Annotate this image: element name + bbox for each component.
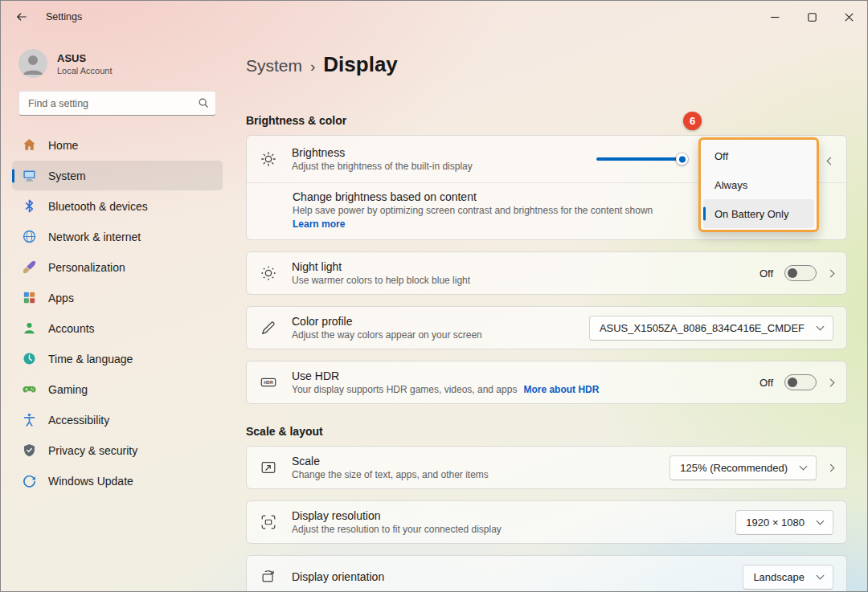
search-box [18,91,216,116]
color-profile-icon [260,319,277,337]
display-resolution-row: Display resolution Adjust the resolution… [247,501,846,543]
chevron-right-icon[interactable] [827,378,835,386]
chevron-up-icon[interactable] [827,157,835,165]
display-orientation-title: Display orientation [292,570,384,583]
sidebar-item-personalization[interactable]: Personalization [12,252,223,282]
night-light-icon [260,264,277,282]
display-resolution-subtitle: Adjust the resolution to fit your connec… [292,524,502,535]
maximize-button[interactable] [793,1,830,33]
sidebar-item-home[interactable]: Home [12,130,223,160]
network-icon [22,229,37,244]
accounts-icon [22,320,37,336]
dropdown-option-label: Off [714,150,728,162]
sidebar-item-label: Home [48,139,78,152]
home-icon [22,137,37,153]
color-profile-card: Color profile Adjust the way colors appe… [246,306,847,349]
page-title: Display [323,52,398,77]
sidebar-item-label: Time & language [48,353,133,365]
sidebar-item-label: Bluetooth & devices [48,200,148,213]
sidebar-item-gaming[interactable]: Gaming [12,374,223,404]
search-input[interactable] [18,91,216,116]
sidebar-item-label: Gaming [48,383,88,396]
sidebar-item-network-internet[interactable]: Network & internet [12,222,223,251]
sidebar-item-time-language[interactable]: Time & language [12,344,223,374]
color-profile-value: ASUS_X1505ZA_8086_834C416E_CMDEF [600,322,805,334]
window-title: Settings [46,11,82,22]
sidebar-item-label: Accounts [48,322,95,335]
display-resolution-card: Display resolution Adjust the resolution… [246,500,847,544]
titlebar: Settings [1,1,867,33]
sidebar-item-label: Accessibility [48,414,109,427]
personalization-icon [22,259,37,275]
night-light-row[interactable]: Night light Use warmer colors to help bl… [247,252,846,294]
brightness-icon [260,150,277,168]
sidebar-item-accessibility[interactable]: Accessibility [12,405,223,435]
dropdown-option-label: On Battery Only [714,208,788,220]
sidebar-item-privacy-security[interactable]: Privacy & security [12,435,223,465]
close-button[interactable] [830,1,867,33]
slider-thumb[interactable] [676,153,688,165]
night-light-toggle[interactable] [784,265,817,281]
display-orientation-select[interactable]: Landscape [743,565,833,590]
brightness-title: Brightness [292,146,473,159]
dropdown-option-label: Always [714,179,747,191]
sidebar-item-windows-update[interactable]: Windows Update [12,466,223,496]
display-resolution-title: Display resolution [292,509,502,522]
sidebar-item-label: System [48,169,86,182]
apps-icon [22,290,37,305]
account-card[interactable]: ASUS Local Account [15,46,219,81]
scale-card[interactable]: Scale Change the size of text, apps, and… [246,446,847,489]
sidebar-item-accounts[interactable]: Accounts [12,313,223,343]
color-profile-title: Color profile [292,315,482,328]
dropdown-option-always[interactable]: Always [703,170,814,199]
scale-select[interactable]: 125% (Recommended) [669,455,817,480]
sidebar-nav: Home System Bluetooth & devices Network … [1,130,234,496]
scale-title: Scale [292,455,489,467]
display-orientation-value: Landscape [753,571,805,583]
more-about-hdr-link[interactable]: More about HDR [523,384,599,395]
chevron-down-icon [817,571,825,579]
scale-icon [260,459,277,476]
night-light-toggle-label: Off [760,267,773,280]
chevron-right-icon[interactable] [827,269,835,277]
use-hdr-card[interactable]: HDR Use HDR Your display supports HDR ga… [246,361,847,404]
brightness-card-group: Brightness Adjust the brightness of the … [246,135,847,240]
account-name: ASUS [57,52,113,64]
dropdown-option-off[interactable]: Off [703,141,814,170]
section-header-brightness-color: Brightness & color [246,114,847,127]
chevron-right-icon[interactable] [827,463,835,472]
display-resolution-value: 1920 × 1080 [746,516,805,529]
account-subtitle: Local Account [57,66,113,76]
use-hdr-row[interactable]: HDR Use HDR Your display supports HDR ga… [247,361,846,403]
brightness-slider[interactable] [596,157,685,161]
night-light-card[interactable]: Night light Use warmer colors to help bl… [246,251,847,295]
sidebar-item-bluetooth-devices[interactable]: Bluetooth & devices [12,191,223,221]
back-button[interactable] [6,3,38,31]
main-content: System › Display Brightness & color Brig… [234,33,867,591]
display-orientation-icon [260,568,277,586]
minimize-button[interactable] [756,1,793,33]
scale-row[interactable]: Scale Change the size of text, apps, and… [247,447,846,488]
sidebar-item-label: Windows Update [48,475,133,488]
dropdown-option-on-battery-only[interactable]: On Battery Only [703,199,814,228]
gaming-icon [22,382,37,397]
sidebar-item-label: Apps [48,292,74,304]
sidebar-item-apps[interactable]: Apps [12,283,223,312]
color-profile-select[interactable]: ASUS_X1505ZA_8086_834C416E_CMDEF [589,316,833,341]
scale-value: 125% (Recommended) [680,462,788,474]
use-hdr-subtitle: Your display supports HDR games, videos,… [292,384,599,395]
use-hdr-toggle[interactable] [784,374,817,390]
toggle-knob [788,268,797,278]
sidebar-item-system[interactable]: System [12,161,223,190]
section-header-scale-layout: Scale & layout [246,425,847,438]
use-hdr-subtitle-text: Your display supports HDR games, videos,… [292,384,517,395]
bluetooth-icon [22,198,37,214]
breadcrumb-system[interactable]: System [246,56,302,76]
night-light-title: Night light [292,260,470,273]
settings-window: Settings ASUS Local Account [0,0,868,592]
chevron-down-icon [800,462,808,470]
avatar [18,49,47,78]
learn-more-link[interactable]: Learn more [293,218,345,230]
annotation-highlight-box: Off Always On Battery Only [698,137,819,232]
display-resolution-select[interactable]: 1920 × 1080 [735,510,833,535]
